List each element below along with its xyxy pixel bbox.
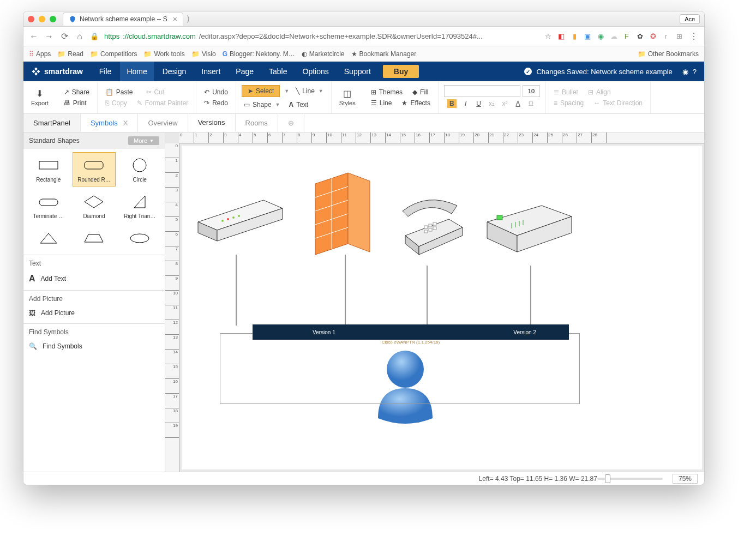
ext-icon[interactable]: ▮ — [570, 32, 579, 41]
cut-button[interactable]: ✂Cut — [144, 87, 167, 98]
add-picture-button[interactable]: 🖼Add Picture — [29, 307, 159, 319]
shape-rectangle[interactable]: Rectangle — [27, 152, 70, 186]
bookmark-competitors[interactable]: 📁Competitiors — [90, 50, 137, 58]
spacing-button[interactable]: ≡Spacing — [551, 98, 586, 109]
bookmark-blogger[interactable]: GBlogger: Nektony. M… — [223, 50, 295, 58]
close-window-button[interactable] — [28, 16, 34, 22]
ext-icon[interactable]: ⊞ — [675, 32, 683, 41]
tab-close-button[interactable]: × — [173, 15, 177, 23]
logo[interactable]: smartdraw — [31, 67, 83, 76]
ext-icon[interactable]: r — [662, 32, 670, 41]
tab-add[interactable]: ⊕ — [278, 114, 304, 132]
zoom-percent[interactable]: 75% — [673, 474, 698, 484]
add-text-button[interactable]: AAdd Text — [29, 272, 159, 286]
ext-icon[interactable]: F — [622, 32, 631, 41]
url-field[interactable]: https ://cloud.smartdraw.com /editor.asp… — [104, 32, 539, 40]
bookmark-marketcircle[interactable]: ◐Marketcircle — [302, 50, 345, 58]
effects-button[interactable]: ★Effects — [399, 98, 432, 109]
line-tool-button[interactable]: ╲Line▼ — [293, 86, 326, 97]
shape-rounded-rect[interactable]: Rounded R… — [73, 152, 116, 186]
star-icon[interactable]: ☆ — [545, 32, 551, 40]
share-button[interactable]: ↗Share — [62, 87, 92, 98]
undo-button[interactable]: ↶Undo — [202, 87, 230, 98]
bookmark-manager[interactable]: ★Bookmark Manager — [351, 50, 417, 58]
tab-symbols[interactable]: SymbolsX — [81, 114, 139, 132]
more-button[interactable]: More▼ — [128, 136, 159, 145]
slider-thumb[interactable] — [605, 474, 610, 483]
profile-button[interactable]: Ася — [680, 14, 700, 24]
home-button[interactable]: ⌂ — [75, 32, 85, 41]
tab-versions[interactable]: Versions — [188, 114, 236, 132]
tab-smartpanel[interactable]: SmartPanel — [23, 114, 81, 132]
shape-ellipse[interactable] — [118, 225, 161, 251]
align-button[interactable]: ⊟Align — [586, 87, 613, 98]
ext-icon[interactable]: ◉ — [596, 32, 605, 41]
symbol-button[interactable]: Ω — [527, 100, 535, 107]
back-button[interactable]: ← — [29, 32, 39, 41]
format-painter-button[interactable]: ✎Format Painter — [135, 98, 190, 109]
ext-icon[interactable]: ◧ — [557, 32, 566, 41]
shape-circle[interactable]: Circle — [118, 152, 161, 186]
text-tool-button[interactable]: AText — [287, 99, 311, 110]
select-tool-button[interactable]: ➤Select — [242, 85, 280, 97]
ext-icon[interactable]: ▣ — [583, 32, 592, 41]
paste-button[interactable]: 📋Paste ✂Cut — [103, 87, 190, 98]
zoom-slider[interactable] — [597, 478, 663, 480]
canvas[interactable]: Version 1 Version 2 Cisco 2WANPTN (1.1.2… — [182, 146, 702, 469]
menu-button[interactable]: ⋮ — [689, 32, 699, 41]
fill-button[interactable]: ◆Fill — [410, 87, 430, 98]
browser-tab[interactable]: Network scheme example -- S × — [63, 13, 183, 26]
bullet-button[interactable]: ≣Bullet — [551, 87, 580, 98]
bold-button[interactable]: B — [447, 99, 457, 108]
help-icon[interactable]: ? — [693, 68, 697, 76]
shape-diamond[interactable]: Diamond — [73, 189, 116, 223]
menu-home[interactable]: Home — [120, 62, 153, 81]
bookmark-read[interactable]: 📁Read — [57, 50, 83, 58]
buy-button[interactable]: Buy — [383, 65, 419, 78]
menu-table[interactable]: Table — [262, 62, 293, 81]
find-symbols-button[interactable]: 🔍Find Symbols — [29, 340, 159, 352]
shape-tool-button[interactable]: ▭Shape▼ — [242, 99, 283, 110]
forward-button[interactable]: → — [44, 32, 54, 41]
ext-icon[interactable]: ✿ — [635, 32, 644, 41]
subscript-button[interactable]: x₂ — [488, 100, 496, 107]
menu-options[interactable]: Options — [296, 62, 335, 81]
copy-button[interactable]: ⎘Copy — [103, 98, 129, 109]
font-family-input[interactable] — [444, 85, 520, 97]
font-color-button[interactable]: A — [514, 100, 522, 107]
tab-overview[interactable]: Overview — [138, 114, 188, 132]
bookmark-visio[interactable]: 📁Visio — [191, 50, 216, 58]
redo-button[interactable]: ↷Redo — [202, 98, 230, 109]
menu-file[interactable]: File — [93, 62, 118, 81]
menu-insert[interactable]: Insert — [195, 62, 227, 81]
menu-design[interactable]: Design — [156, 62, 193, 81]
themes-button[interactable]: ⊞Themes — [369, 87, 405, 98]
line-style-button[interactable]: ☰Line — [369, 98, 394, 109]
minimize-window-button[interactable] — [39, 16, 45, 22]
bookmark-worktools[interactable]: 📁Work tools — [143, 50, 184, 58]
print-button[interactable]: 🖶Print — [62, 98, 92, 109]
menu-page[interactable]: Page — [229, 62, 260, 81]
shape-terminate[interactable]: Terminate … — [27, 189, 70, 223]
superscript-button[interactable]: x² — [501, 100, 509, 107]
reload-button[interactable]: ⟳ — [59, 32, 69, 41]
underline-button[interactable]: U — [475, 100, 483, 107]
maximize-window-button[interactable] — [50, 16, 56, 22]
italic-button[interactable]: I — [462, 100, 470, 107]
close-icon[interactable]: X — [123, 119, 128, 127]
other-bookmarks[interactable]: 📁Other Bookmarks — [638, 50, 699, 58]
shape-triangle[interactable] — [27, 225, 70, 251]
shape-trapezoid[interactable] — [73, 225, 116, 251]
font-size-input[interactable] — [523, 85, 540, 97]
ext-icon[interactable]: ✪ — [649, 32, 657, 41]
new-tab-button[interactable]: ⟩ — [187, 14, 190, 24]
ext-icon[interactable]: ☁ — [609, 32, 618, 41]
direction-button[interactable]: ↔Text Direction — [591, 98, 645, 109]
styles-button[interactable]: ◫Styles — [332, 81, 363, 113]
menu-support[interactable]: Support — [338, 62, 377, 81]
tab-rooms[interactable]: Rooms — [236, 114, 278, 132]
bookmark-apps[interactable]: ⠿Apps — [29, 50, 51, 58]
account-icon[interactable]: ◉ — [682, 68, 688, 76]
shape-right-triangle[interactable]: Right Trian… — [118, 189, 161, 223]
export-button[interactable]: ⬇Export — [23, 81, 56, 113]
